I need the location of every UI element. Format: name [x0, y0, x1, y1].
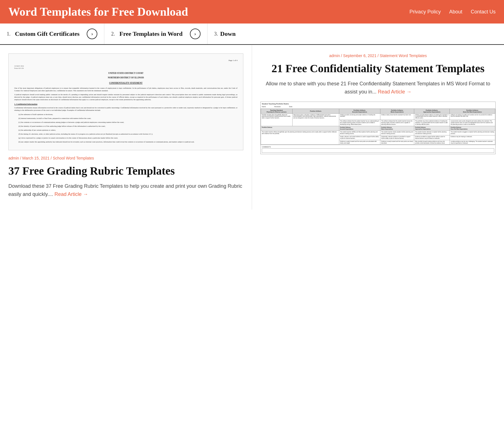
rubric-row-1: Portfolio includes plans thoughtfully al…	[261, 113, 495, 120]
rubric-cell-dne-1: Artifacts are lacking in quality and num…	[450, 113, 495, 120]
rubric-cell-artifacts-1: Daily lesson plans; unit plans; evidence…	[292, 113, 339, 126]
right-article-date: September 6, 2021	[343, 53, 376, 58]
right-article-title: 21 Free Confidentiality Statement Templa…	[260, 62, 496, 75]
right-article-category: Statement Word Templates	[380, 53, 427, 58]
doc-title: CONFIDENTIALITY STATEMENT	[14, 82, 237, 85]
left-article-title: 37 Free Grading Rubric Templates	[8, 164, 243, 178]
right-read-more[interactable]: Read Article →	[378, 89, 411, 95]
nav-privacy-policy[interactable]: Privacy Policy	[409, 9, 441, 15]
main-content: Page 1 of 4 16 MAY 2016 Form AO-12b UNIT…	[0, 45, 504, 210]
right-article-meta: admin / September 6, 2021 / Statement Wo…	[260, 53, 496, 58]
doc-para2: A judicial employee should avoid making …	[14, 93, 237, 101]
doc-item-f: (f) the timing of a decision, order, or …	[18, 133, 237, 135]
header-nav: Privacy Policy About Contact Us	[409, 9, 496, 15]
rubric-defense-approaches-3: May stumble through locating evidence an…	[414, 140, 450, 145]
doc-item-b: (b) internal memoranda, in draft or fina…	[18, 117, 237, 119]
left-article-author: admin	[8, 156, 19, 160]
rubric-row-defense-headers: Portfolio Defense Portfolio Defense:Exce…	[261, 126, 495, 131]
doc-page-num: Page 1 of 4	[14, 59, 237, 62]
left-article-sep1: /	[20, 156, 22, 160]
doc-item-g: (g) views expressed by a judge or justic…	[18, 137, 237, 139]
left-article-date: March 15, 2021	[22, 156, 50, 160]
doc-section1: 1. Confidential Information	[14, 103, 237, 106]
rubric-defense-meets: Portfolio Defense:Meets Expectations	[380, 126, 414, 131]
doc-header-small: 16 MAY 2016 Form AO-12b	[14, 65, 237, 70]
rubric-col-exceeds: Portfolio Artifacts:Exceeds Expectations	[339, 109, 380, 113]
doc-district: NORTHERN DISTRICT OF ILLINOIS	[14, 76, 237, 79]
rubric-col-artifacts: Positive Artifacts	[292, 109, 339, 113]
rubric-defense-dne-2: Evidence may be missing or irrelevant.	[450, 135, 495, 140]
rubric-defense-dne-3: Locating evidence may be very challengin…	[450, 140, 495, 145]
rubric-defense-exceeds-1: The student teacher skillfully and fully…	[339, 131, 380, 135]
rubric-defense-approaches-1: The student teacher attempts to explain …	[414, 131, 450, 135]
doc-item-a: (a) the substance of draft opinions or d…	[18, 113, 237, 116]
rubric-defense-exceeds: Portfolio Defense:Exceeds Expectations	[339, 126, 380, 131]
category-num-2: 2.	[111, 31, 115, 37]
site-header: Word Templates for Free Download Privacy…	[0, 0, 504, 24]
site-title: Word Templates for Free Download	[8, 5, 188, 18]
left-article-meta: admin / March 15, 2021 / School Word Tem…	[8, 156, 243, 160]
rubric-defense-approaches: Portfolio Defense:Approaches Expectation…	[414, 126, 450, 131]
rubric-doc-preview: Student Teaching Portfolio Rubric Name R…	[260, 102, 496, 154]
rubric-table: Teaching Standard:Planning for Diverse L…	[261, 109, 495, 145]
nav-about[interactable]: About	[449, 9, 462, 15]
category-num-1: 1.	[7, 31, 11, 37]
category-arrow-2[interactable]: ›	[190, 29, 201, 39]
rubric-cell-standard-1: Portfolio includes plans thoughtfully al…	[261, 113, 293, 126]
rubric-defense-artifacts: The student teacher reflects thoughtfull…	[261, 131, 339, 145]
right-article-excerpt: Allow me to share with you these 21 Free…	[260, 80, 496, 96]
doc-item-c: (c) the contents or occurrences of commu…	[18, 121, 237, 123]
rubric-defense-label: Portfolio Defense	[261, 126, 339, 131]
category-label-3: Down	[220, 30, 235, 37]
rubric-defense-meets-1: The student teacher clearly explains his…	[380, 131, 414, 135]
rubric-cell-exceeds-2: The artifacts indicate that the student …	[339, 120, 380, 126]
right-article-author: admin	[329, 53, 340, 58]
nav-contact-us[interactable]: Contact Us	[471, 9, 496, 15]
left-article-excerpt: Download these 37 Free Grading Rubric Te…	[8, 182, 243, 198]
doc-item-h: (h) any subject matter the appointing au…	[18, 140, 237, 143]
rubric-row-3: The student teacher reflects thoughtfull…	[261, 131, 495, 135]
rubric-cell-approaches-2: The portfolio may show scattered evidenc…	[414, 120, 450, 126]
rubric-col-meets: Portfolio Artifacts:Meets Expectations	[380, 109, 414, 113]
doc-item-d: (d) the identity of panel members or of …	[18, 125, 237, 127]
category-arrow-1[interactable]: ›	[87, 29, 97, 39]
rubric-defense-dne-1: The student teacher struggles to explain…	[450, 131, 495, 135]
rubric-defense-approaches-2: Evidence provided to support his/her abi…	[414, 135, 450, 140]
category-label-2: Free Templates in Word	[119, 30, 183, 37]
rubric-col-standard: Teaching Standard:Planning for Diverse L…	[261, 109, 293, 113]
rubric-defense-exceeds-3: Evidence is easily located and the main …	[339, 140, 380, 145]
rubric-cell-dne-2: Lessons/units seem poorly designed and r…	[450, 120, 495, 126]
confidentiality-doc-preview: Page 1 of 4 16 MAY 2016 Form AO-12b UNIT…	[8, 53, 243, 150]
rubric-comments-box	[262, 148, 494, 153]
left-excerpt-text: Download these 37 Free Grading Rubric Te…	[8, 183, 242, 197]
right-article-content: admin / September 6, 2021 / Statement Wo…	[260, 53, 496, 96]
category-bar: 1. Custom Gift Certificates › 2. Free Te…	[0, 24, 504, 45]
rubric-meta-row: Name Reviewer Date	[261, 105, 495, 109]
rubric-cell-meets-2: The artifacts indicate that the student …	[380, 120, 414, 126]
doc-section1-text: Confidential information means informati…	[14, 106, 237, 111]
right-column: admin / September 6, 2021 / Statement Wo…	[252, 45, 504, 210]
rubric-cell-approaches-1: Artifacts provide limited evidence of me…	[414, 113, 450, 120]
left-column: Page 1 of 4 16 MAY 2016 Form AO-12b UNIT…	[0, 45, 252, 210]
category-item-1: 1. Custom Gift Certificates ›	[0, 24, 104, 44]
rubric-comments-label: COMMENTS	[262, 146, 494, 148]
category-item-2: 2. Free Templates in Word ›	[104, 24, 207, 44]
left-read-more[interactable]: Read Article →	[55, 191, 88, 197]
rubric-defense-dne: Portfolio Defense:Does Not Meet Expectat…	[450, 126, 495, 131]
doc-court: UNITED STATES DISTRICT COURT	[14, 72, 237, 75]
category-item-3-partial: 3. Down	[208, 24, 242, 44]
rubric-col-approaches: Portfolio Artifacts:Approaches Expectati…	[414, 109, 450, 113]
rubric-defense-exceeds-2: Ample, relevant, and varied evidence is …	[339, 135, 380, 140]
category-num-3: 3.	[214, 31, 218, 37]
left-article-sep2: /	[51, 156, 53, 160]
doc-para1: One of the most important obligations of…	[14, 87, 237, 92]
rubric-cell-exceeds-1: Artifacts provide convincing and ample e…	[339, 113, 380, 120]
rubric-defense-meets-3: Evidence is easily located and the main …	[380, 140, 414, 145]
rubric-name-label: Name	[262, 106, 266, 107]
right-article-sep2: /	[378, 53, 380, 58]
doc-item-e: (e) the authorship of per curiam opinion…	[18, 129, 237, 131]
category-label-1: Custom Gift Certificates	[15, 30, 80, 37]
rubric-defense-meets-2: Substantial, relevant evidence is provid…	[380, 135, 414, 140]
right-article-sep1: /	[341, 53, 343, 58]
rubric-title: Student Teaching Portfolio Rubric	[261, 102, 495, 105]
